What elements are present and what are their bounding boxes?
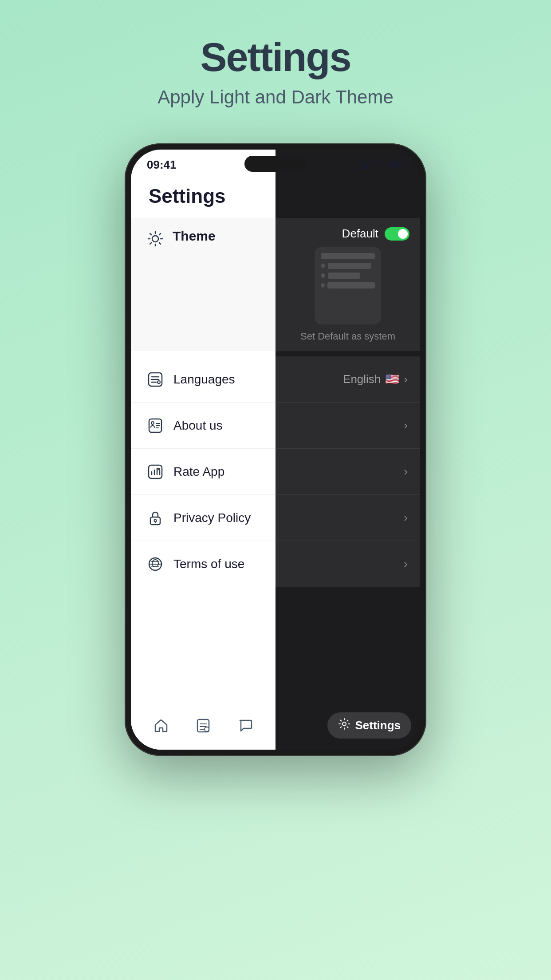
svg-line-5 [150,233,151,235]
theme-section-right: Default [276,218,420,351]
terms-icon [145,554,165,574]
phone-inner: 09:41 Settings [131,150,420,750]
reports-nav-icon[interactable] [192,715,214,737]
settings-tab-label: Settings [355,719,401,732]
theme-label: Theme [173,229,216,244]
phone-frame: 09:41 Settings [125,143,426,756]
screen-title-row: Settings [131,176,420,218]
about-chevron: › [404,419,408,432]
svg-line-8 [159,233,161,235]
privacy-label: Privacy Policy [173,511,251,525]
bottom-nav: Settings [131,701,420,750]
menu-item-rate[interactable]: Rate App › [131,449,420,495]
languages-flag: 🇺🇸 [385,372,399,386]
svg-rect-14 [150,517,160,525]
theme-default-row: Default [286,227,409,241]
languages-icon [145,369,165,390]
svg-point-10 [157,381,160,383]
theme-preview [315,247,381,324]
languages-label: Languages [173,372,235,387]
bottom-nav-right: Settings [276,701,420,750]
page-subtitle: Apply Light and Dark Theme [157,87,394,108]
menu-item-about[interactable]: About us › [131,403,420,449]
screen-title: Settings [149,185,226,207]
svg-point-12 [151,422,154,424]
svg-point-0 [152,236,158,242]
privacy-icon [145,508,165,528]
signal-icon [361,161,370,169]
languages-chevron: › [404,372,408,386]
theme-icon [145,229,165,249]
menu-item-terms[interactable]: Terms of use › [131,541,420,587]
svg-point-22 [205,727,209,731]
about-icon [145,415,165,436]
theme-caption: Set Default as system [300,331,395,342]
theme-toggle[interactable] [385,227,409,241]
wifi-icon [375,160,385,170]
chat-nav-icon[interactable] [234,715,256,737]
menu-item-languages[interactable]: Languages English 🇺🇸 › [131,356,420,403]
theme-section-left: Theme [131,218,276,351]
terms-label: Terms of use [173,557,244,571]
home-nav-icon[interactable] [150,715,172,737]
svg-point-23 [342,722,346,726]
menu-items: Languages English 🇺🇸 › [131,356,420,701]
about-label: About us [173,419,223,433]
status-icons [361,160,404,170]
theme-section[interactable]: Theme Default [131,218,420,351]
settings-tab[interactable]: Settings [327,712,411,739]
rate-chevron: › [404,465,408,478]
page-title: Settings [157,36,394,79]
status-time: 09:41 [147,158,177,172]
svg-line-7 [150,243,151,244]
rate-icon [145,462,165,482]
rate-label: Rate App [173,465,224,479]
terms-chevron: › [404,557,408,571]
menu-item-privacy[interactable]: Privacy Policy › [131,495,420,541]
settings-tab-icon [338,718,350,733]
svg-line-6 [159,243,161,244]
dynamic-island [244,156,307,172]
page-header: Settings Apply Light and Dark Theme [157,36,394,108]
content-area: Settings [131,176,420,750]
privacy-chevron: › [404,511,408,525]
languages-value: English [343,372,381,386]
bottom-nav-left [131,701,276,750]
theme-default-label: Default [342,227,378,241]
battery-icon [389,161,404,168]
